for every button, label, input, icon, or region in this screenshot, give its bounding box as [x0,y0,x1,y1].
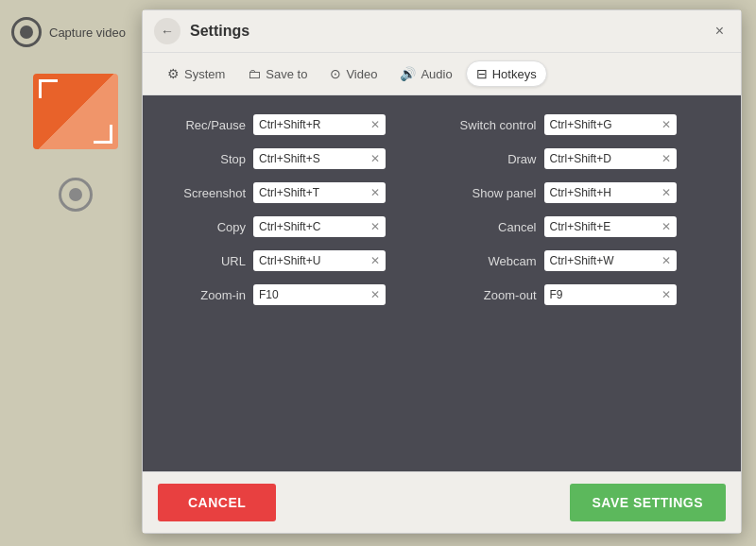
hotkey-rec-pause-input[interactable]: Ctrl+Shift+R ✕ [253,114,386,135]
hotkey-switch-control-value: Ctrl+Shift+G [550,118,658,131]
hotkey-rec-pause: Rec/Pause Ctrl+Shift+R ✕ [165,114,428,135]
modal-titlebar: ← Settings × [143,10,741,53]
hotkey-stop-input[interactable]: Ctrl+Shift+S ✕ [253,148,386,169]
hotkey-draw-clear[interactable]: ✕ [662,152,671,165]
hotkey-cancel-label: Cancel [456,220,537,234]
tab-video[interactable]: ⊙ Video [320,61,387,86]
save-to-icon: 🗀 [248,66,261,81]
hotkey-switch-control-input[interactable]: Ctrl+Shift+G ✕ [544,114,677,135]
thumb-corner-tl [39,79,58,98]
hotkeys-grid: Rec/Pause Ctrl+Shift+R ✕ Switch control … [165,114,718,305]
tab-system[interactable]: ⚙ System [158,61,234,86]
thumb-corner-br [94,125,112,144]
sidebar-header: Capture video [0,9,137,55]
hotkey-stop-value: Ctrl+Shift+S [259,152,367,165]
modal-footer: CANCEL SAVE SETTINGS [143,471,741,533]
modal-title: Settings [190,23,249,40]
hotkey-screenshot-label: Screenshot [165,186,246,200]
hotkey-zoom-in-input[interactable]: F10 ✕ [253,284,386,305]
capture-label: Capture video [49,26,126,40]
sidebar-record-button[interactable] [59,178,93,212]
hotkey-zoom-out-value: F9 [550,288,658,301]
hotkey-rec-pause-clear[interactable]: ✕ [370,118,380,131]
hotkey-webcam-label: Webcam [456,254,537,268]
hotkey-webcam-clear[interactable]: ✕ [662,254,671,267]
back-button[interactable]: ← [154,18,180,44]
hotkey-cancel-value: Ctrl+Shift+E [550,220,658,233]
hotkey-stop-label: Stop [165,152,246,166]
hotkey-screenshot-input[interactable]: Ctrl+Shift+T ✕ [253,182,386,203]
hotkey-zoom-in-value: F10 [259,288,367,301]
hotkey-copy-value: Ctrl+Shift+C [259,220,367,233]
hotkey-webcam-value: Ctrl+Shift+W [550,254,658,267]
hotkey-copy: Copy Ctrl+Shift+C ✕ [165,216,428,237]
app-background: ▶ Capture video ← Settings [0,0,756,546]
hotkey-url-input[interactable]: Ctrl+Shift+U ✕ [253,250,386,271]
hotkey-url-label: URL [165,254,246,268]
hotkey-zoom-out: Zoom-out F9 ✕ [456,284,719,305]
hotkey-cancel: Cancel Ctrl+Shift+E ✕ [456,216,719,237]
hotkey-zoom-out-clear[interactable]: ✕ [662,288,671,301]
hotkey-stop: Stop Ctrl+Shift+S ✕ [165,148,428,169]
hotkey-zoom-in-label: Zoom-in [165,288,246,302]
hotkey-zoom-in: Zoom-in F10 ✕ [165,284,428,305]
hotkey-copy-label: Copy [165,220,246,234]
record-icon [11,17,42,47]
cancel-button[interactable]: CANCEL [158,484,276,521]
hotkey-draw: Draw Ctrl+Shift+D ✕ [456,148,719,169]
hotkey-url-value: Ctrl+Shift+U [259,254,367,267]
hotkey-cancel-input[interactable]: Ctrl+Shift+E ✕ [544,216,677,237]
save-settings-button[interactable]: SAVE SETTINGS [570,484,726,521]
system-icon: ⚙ [167,66,180,81]
hotkey-show-panel-input[interactable]: Ctrl+Shift+H ✕ [544,182,677,203]
settings-modal: ← Settings × ⚙ System 🗀 Save to ⊙ Video [142,9,742,534]
sidebar-thumbnail [33,74,118,149]
audio-icon: 🔊 [400,66,416,81]
hotkey-copy-clear[interactable]: ✕ [370,220,380,233]
tab-hotkeys[interactable]: ⊟ Hotkeys [466,60,547,87]
tabs-bar: ⚙ System 🗀 Save to ⊙ Video 🔊 Audio ⊟ Hot… [143,53,741,95]
video-icon: ⊙ [330,66,341,81]
record-dot [20,26,33,39]
hotkey-switch-control-label: Switch control [456,118,537,132]
hotkey-url-clear[interactable]: ✕ [370,254,380,267]
hotkey-url: URL Ctrl+Shift+U ✕ [165,250,428,271]
hotkey-show-panel-label: Show panel [456,186,537,200]
hotkey-switch-control-clear[interactable]: ✕ [662,118,671,131]
hotkeys-icon: ⊟ [476,66,488,81]
hotkey-stop-clear[interactable]: ✕ [370,152,380,165]
hotkey-screenshot-value: Ctrl+Shift+T [259,186,367,199]
hotkey-screenshot-clear[interactable]: ✕ [370,186,380,199]
tab-save-to[interactable]: 🗀 Save to [238,61,317,86]
hotkey-webcam: Webcam Ctrl+Shift+W ✕ [456,250,719,271]
hotkey-cancel-clear[interactable]: ✕ [662,220,671,233]
hotkey-show-panel: Show panel Ctrl+Shift+H ✕ [456,182,719,203]
hotkey-webcam-input[interactable]: Ctrl+Shift+W ✕ [544,250,677,271]
hotkey-rec-pause-label: Rec/Pause [165,118,246,132]
sidebar-record-inner [69,188,82,201]
modal-title-left: ← Settings [154,18,249,44]
tab-audio[interactable]: 🔊 Audio [390,61,461,86]
hotkey-show-panel-clear[interactable]: ✕ [662,186,671,199]
hotkey-switch-control: Switch control Ctrl+Shift+G ✕ [456,114,719,135]
hotkey-draw-label: Draw [456,152,537,166]
hotkeys-content: Rec/Pause Ctrl+Shift+R ✕ Switch control … [143,95,741,471]
hotkey-copy-input[interactable]: Ctrl+Shift+C ✕ [253,216,386,237]
hotkey-draw-input[interactable]: Ctrl+Shift+D ✕ [544,148,677,169]
hotkey-rec-pause-value: Ctrl+Shift+R [259,118,367,131]
sidebar: Capture video [0,0,151,546]
hotkey-show-panel-value: Ctrl+Shift+H [550,186,658,199]
hotkey-zoom-in-clear[interactable]: ✕ [370,288,380,301]
close-button[interactable]: × [710,21,730,42]
hotkey-zoom-out-input[interactable]: F9 ✕ [544,284,677,305]
hotkey-draw-value: Ctrl+Shift+D [550,152,658,165]
hotkey-zoom-out-label: Zoom-out [456,288,537,302]
hotkey-screenshot: Screenshot Ctrl+Shift+T ✕ [165,182,428,203]
